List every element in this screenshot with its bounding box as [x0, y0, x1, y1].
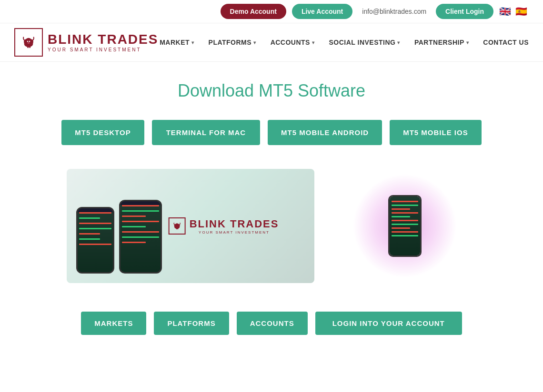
pr-line-4 [392, 212, 418, 214]
nav-item-market[interactable]: MARKET ▾ [160, 39, 194, 46]
pr-line-1 [392, 201, 418, 202]
svg-point-6 [27, 41, 29, 42]
download-buttons-area: MT5 DESKTOP TERMINAL FOR MAC MT5 MOBILE … [14, 120, 529, 145]
screen-line-3 [79, 223, 111, 224]
preview-bull-icon [171, 220, 183, 232]
screen-line-r3 [122, 216, 146, 217]
flag-icons-area: 🇬🇧 🇪🇸 [499, 7, 529, 16]
preview-logo-main: BLINK TRADES [190, 218, 279, 230]
client-login-button[interactable]: Client Login [436, 4, 493, 19]
svg-rect-4 [29, 45, 30, 48]
nav-link-social-investing[interactable]: SOCIAL INVESTING ▾ [329, 39, 400, 46]
nav-label-social-investing: SOCIAL INVESTING [329, 39, 395, 46]
phone-right-mockup [388, 195, 422, 257]
phone-mockup-left [76, 207, 114, 274]
preview-logo-sub: YOUR SMART INVESTMENT [190, 230, 279, 235]
email-text: info@blinktrades.com [362, 8, 426, 15]
accounts-button[interactable]: ACCOUNTS [237, 312, 308, 335]
nav-item-platforms[interactable]: PLATFORMS ▾ [209, 39, 256, 46]
market-dropdown-arrow: ▾ [191, 40, 194, 45]
main-content: Download MT5 Software MT5 DESKTOP TERMIN… [0, 62, 543, 368]
nav-label-partnership: PARTNERSHIP [414, 39, 464, 46]
nav-link-partnership[interactable]: PARTNERSHIP ▾ [414, 39, 469, 46]
phone-screen-left [78, 212, 113, 274]
nav-link-platforms[interactable]: PLATFORMS ▾ [209, 39, 256, 46]
pr-line-5 [392, 216, 410, 217]
top-bar: Demo Account Live Account info@blinktrad… [0, 0, 543, 23]
screen-line-4 [79, 228, 111, 229]
nav-item-contact-us[interactable]: CONTACT US [483, 39, 529, 46]
login-into-account-button[interactable]: LOGIN INTO YOUR ACCOUNT [315, 312, 462, 335]
phone-right-screen [390, 196, 420, 255]
es-flag-icon[interactable]: 🇪🇸 [515, 7, 529, 16]
platforms-button[interactable]: PLATFORMS [154, 312, 229, 335]
pr-line-3 [392, 208, 410, 210]
svg-point-14 [175, 223, 179, 226]
preview-section: BLINK TRADES YOUR SMART INVESTMENT [14, 169, 529, 283]
nav-item-social-investing[interactable]: SOCIAL INVESTING ▾ [329, 39, 400, 46]
screen-line-5 [79, 233, 100, 235]
screen-line-r6 [122, 231, 159, 233]
screen-line-r5 [122, 226, 146, 227]
nav-link-market[interactable]: MARKET ▾ [160, 39, 194, 46]
markets-button[interactable]: MARKETS [81, 312, 146, 335]
logo-text-area: BLINK TRADES YOUR SMART INVESTMENT [48, 32, 158, 52]
pr-line-7 [392, 224, 418, 225]
nav-label-platforms: PLATFORMS [209, 39, 252, 46]
phone-screen-right [121, 205, 161, 274]
logo-link[interactable]: BLINK TRADES YOUR SMART INVESTMENT [14, 28, 158, 57]
logo-sub-text: YOUR SMART INVESTMENT [48, 47, 158, 52]
svg-rect-13 [177, 227, 178, 229]
preview-bull-box [169, 217, 186, 235]
screen-line-2 [79, 217, 100, 219]
svg-point-8 [27, 42, 30, 44]
preview-left-image: BLINK TRADES YOUR SMART INVESTMENT [67, 169, 314, 283]
terminal-for-mac-button[interactable]: TERMINAL FOR MAC [152, 120, 260, 145]
screen-line-r4 [122, 221, 159, 222]
social-investing-dropdown-arrow: ▾ [397, 40, 400, 45]
pr-line-10 [392, 235, 418, 236]
nav-item-accounts[interactable]: ACCOUNTS ▾ [271, 39, 315, 46]
uk-flag-icon[interactable]: 🇬🇧 [499, 7, 513, 16]
screen-line-r8 [122, 242, 146, 243]
screen-line-6 [79, 238, 100, 240]
nav-link-accounts[interactable]: ACCOUNTS ▾ [271, 39, 315, 46]
nav-links-list: MARKET ▾ PLATFORMS ▾ ACCOUNTS ▾ SOCIAL I… [160, 39, 529, 46]
preview-right-image [333, 169, 476, 283]
mt5-mobile-ios-button[interactable]: MT5 MOBILE IOS [390, 120, 482, 145]
footer-buttons-area: MARKETS PLATFORMS ACCOUNTS LOGIN INTO YO… [14, 312, 529, 354]
nav-item-partnership[interactable]: PARTNERSHIP ▾ [414, 39, 469, 46]
screen-line-r7 [122, 236, 159, 238]
pr-line-8 [392, 227, 410, 229]
mt5-mobile-android-button[interactable]: MT5 MOBILE ANDROID [268, 120, 382, 145]
nav-label-market: MARKET [160, 39, 190, 46]
nav-label-contact-us: CONTACT US [483, 39, 529, 46]
nav-link-contact-us[interactable]: CONTACT US [483, 39, 529, 46]
partnership-dropdown-arrow: ▾ [466, 40, 469, 45]
screen-line-r1 [122, 205, 159, 206]
screen-line-r2 [122, 210, 159, 212]
pr-line-6 [392, 220, 418, 221]
svg-rect-12 [176, 227, 177, 229]
accounts-dropdown-arrow: ▾ [312, 40, 315, 45]
svg-point-7 [29, 41, 30, 42]
preview-logo-overlay: BLINK TRADES YOUR SMART INVESTMENT [169, 217, 279, 235]
live-account-button[interactable]: Live Account [292, 4, 352, 19]
logo-main-text: BLINK TRADES [48, 32, 158, 47]
platforms-dropdown-arrow: ▾ [253, 40, 256, 45]
mt5-desktop-button[interactable]: MT5 DESKTOP [61, 120, 144, 145]
phone-mockup-right [119, 200, 162, 274]
pr-line-2 [392, 205, 418, 206]
pr-line-9 [392, 231, 418, 233]
nav-label-accounts: ACCOUNTS [271, 39, 310, 46]
navbar: BLINK TRADES YOUR SMART INVESTMENT MARKE… [0, 23, 543, 62]
logo-icon-box [14, 28, 43, 57]
demo-account-button[interactable]: Demo Account [221, 4, 286, 19]
screen-line-1 [79, 212, 111, 214]
svg-rect-3 [27, 45, 29, 48]
bull-icon [19, 33, 38, 52]
page-title: Download MT5 Software [14, 81, 529, 101]
screen-line-7 [79, 244, 111, 245]
